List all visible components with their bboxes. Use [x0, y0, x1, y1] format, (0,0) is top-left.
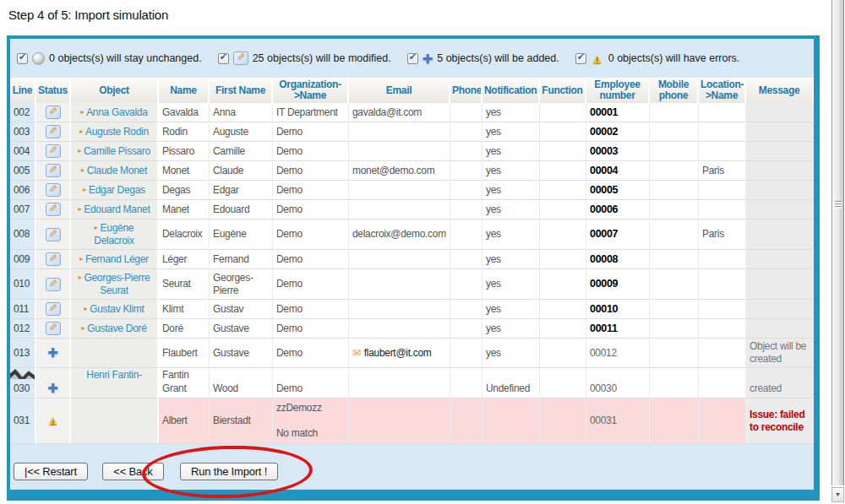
object-link[interactable]: Anna Gavalda [86, 106, 147, 118]
table-row: 002✎▸Anna GavaldaGavaldaAnnaIT Departmen… [10, 103, 814, 122]
cell-status: ✎ [36, 142, 71, 161]
summary-item-unchanged: 0 objects(s) will stay unchanged. [17, 52, 202, 65]
cell-first_name: Edgar [210, 181, 273, 200]
cell-line [10, 368, 36, 379]
cell-object: ▸Anna Gavalda [71, 103, 159, 122]
cell-object: ▸Fernand Léger [71, 250, 159, 269]
cell-name: Flaubert [159, 339, 210, 368]
modified-pencil-icon: ✎ [46, 252, 61, 266]
cell-object [71, 379, 159, 398]
cell-line: 013 [10, 339, 36, 368]
cell-message [746, 200, 814, 219]
table-row: 008✎▸Eugène DelacroixDelacroixEugèneDemo… [10, 219, 814, 250]
cell-function [540, 319, 586, 339]
cell-message [746, 250, 814, 269]
object-link[interactable]: Camille Pissaro [84, 145, 150, 157]
added-plus-icon: ✚ [47, 381, 57, 395]
cell-function [540, 300, 586, 319]
cell-status: ✎ [36, 103, 71, 122]
cell-function [540, 368, 586, 379]
object-link[interactable]: Fernand Léger [85, 253, 149, 265]
modified-pencil-icon: ✎ [46, 164, 61, 177]
object-link[interactable]: Georges-Pierre Seurat [84, 272, 150, 296]
cell-status: ✎ [36, 269, 71, 300]
back-button[interactable]: << Back [102, 463, 163, 480]
cell-phone [450, 379, 482, 398]
modified-pencil-icon: ✎ [46, 183, 61, 197]
column-header-message: Message [746, 78, 814, 103]
table-row: 011✎▸Gustav KlimtKlimtGustavDemoyes00010 [10, 300, 814, 319]
cell-organization: IT Department [273, 103, 349, 122]
window-scrollbar[interactable] [831, 0, 844, 485]
cell-employee_number: 00003 [586, 142, 650, 161]
scrollbar-grip-icon[interactable] [835, 201, 842, 209]
column-header-status: Status [36, 78, 71, 103]
object-link[interactable]: Edgar Degas [89, 184, 145, 196]
cell-function [540, 122, 586, 142]
object-link[interactable]: Claude Monet [87, 165, 147, 176]
cell-name: Grant [159, 379, 210, 398]
restart-button[interactable]: |<< Restart [14, 463, 88, 480]
added-checkbox[interactable] [407, 53, 418, 64]
cell-status: ✎ [36, 161, 71, 181]
scrollbar-down-arrow-icon[interactable]: ▼ [831, 487, 844, 502]
cell-location [699, 368, 746, 379]
cell-message [746, 368, 814, 379]
run-import-button[interactable]: Run the Import ! [180, 463, 278, 480]
table-row: 006✎▸Edgar DegasDegasEdgarDemoyes00005 [10, 181, 814, 200]
cell-employee_number: 00008 [586, 250, 650, 269]
table-row: 004✎▸Camille PissaroPissaroCamilleDemoye… [10, 142, 814, 161]
object-link[interactable]: Edouard Manet [84, 203, 150, 215]
cell-email [349, 379, 450, 398]
cell-phone [450, 142, 482, 161]
cell-mobile_phone [650, 219, 699, 250]
bullet-icon: ▸ [95, 224, 98, 231]
cell-employee_number: 00031 [586, 398, 650, 444]
unchanged-ball-icon [32, 52, 45, 65]
cell-email [349, 142, 450, 161]
cell-phone [450, 339, 482, 368]
column-header-first_name: First Name [210, 78, 273, 103]
summary-label-added: 5 objects(s) will be added. [437, 52, 559, 64]
footer: |<< Restart << Back Run the Import ! [10, 444, 814, 486]
added-plus-icon: ✚ [47, 345, 57, 360]
cell-line: 006 [10, 181, 36, 200]
cell-email [349, 398, 450, 444]
modified-pencil-icon: ✎ [46, 278, 61, 291]
table-row: 003✎▸Auguste RodinRodinAugusteDemoyes000… [10, 122, 814, 142]
cell-line: 009 [10, 250, 36, 269]
errors-checkbox[interactable] [575, 53, 586, 64]
modified-pencil-icon: ✎ [46, 144, 61, 158]
cell-first_name: Fernand [210, 250, 273, 269]
cell-message: Object will be created [746, 339, 814, 368]
cell-function [540, 398, 586, 444]
cell-message [746, 142, 814, 161]
cell-name: Manet [159, 200, 210, 219]
summary-bar: 0 objects(s) will stay unchanged. ✎ 25 o… [10, 39, 814, 78]
object-link[interactable]: Eugène Delacroix [94, 222, 134, 247]
cell-message [746, 269, 814, 300]
cell-email [349, 319, 450, 339]
cell-name: Doré [159, 319, 210, 339]
unchanged-checkbox[interactable] [17, 53, 28, 64]
cell-line: 030 [10, 379, 36, 398]
cell-first_name: Bierstadt [210, 398, 273, 444]
cell-name: Albert [159, 398, 210, 444]
cell-object: ▸Claude Monet [71, 161, 159, 181]
cell-first_name: Gustav [210, 300, 273, 319]
cell-employee_number: 00006 [586, 200, 650, 219]
object-link[interactable]: Gustav Klimt [90, 303, 144, 315]
tear-zigzag [10, 369, 36, 379]
modified-checkbox[interactable] [218, 53, 229, 64]
cell-function [540, 219, 586, 250]
cell-name: Degas [159, 181, 210, 200]
object-link[interactable]: Gustave Doré [87, 322, 146, 334]
cell-notification: yes [482, 103, 540, 122]
cell-line: 008 [10, 219, 36, 250]
cell-phone [450, 181, 482, 200]
added-plus-icon: ✚ [422, 52, 433, 65]
table-wrap: LineStatusObjectNameFirst NameOrganizati… [10, 78, 814, 444]
cell-line: 011 [10, 300, 36, 319]
cell-function [540, 103, 586, 122]
object-link[interactable]: Auguste Rodin [85, 126, 149, 138]
